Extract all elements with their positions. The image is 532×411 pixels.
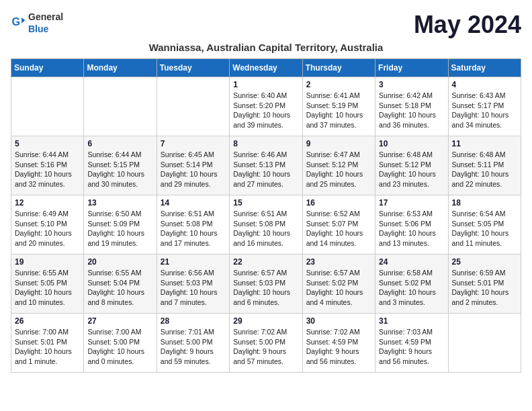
day-info: Sunrise: 6:51 AM Sunset: 5:08 PM Dayligh…: [233, 209, 298, 248]
day-info: Sunrise: 6:47 AM Sunset: 5:12 PM Dayligh…: [306, 150, 371, 189]
day-info: Sunrise: 7:02 AM Sunset: 5:00 PM Dayligh…: [233, 327, 298, 367]
calendar-cell: [448, 314, 521, 373]
calendar-cell: 1Sunrise: 6:40 AM Sunset: 5:20 PM Daylig…: [230, 77, 302, 136]
day-info: Sunrise: 6:44 AM Sunset: 5:16 PM Dayligh…: [15, 150, 80, 189]
day-number: 14: [161, 198, 226, 208]
calendar-week-row: 5Sunrise: 6:44 AM Sunset: 5:16 PM Daylig…: [11, 136, 521, 195]
day-number: 7: [161, 139, 226, 148]
day-info: Sunrise: 6:44 AM Sunset: 5:15 PM Dayligh…: [87, 150, 152, 189]
calendar-cell: 17Sunrise: 6:53 AM Sunset: 5:06 PM Dayli…: [375, 195, 448, 255]
calendar-cell: 12Sunrise: 6:49 AM Sunset: 5:10 PM Dayli…: [11, 195, 84, 255]
day-info: Sunrise: 6:57 AM Sunset: 5:02 PM Dayligh…: [306, 268, 371, 308]
day-number: 19: [15, 257, 80, 267]
day-number: 23: [306, 257, 371, 267]
calendar-cell: 10Sunrise: 6:48 AM Sunset: 5:12 PM Dayli…: [375, 136, 448, 195]
title-block: May 2024: [414, 11, 521, 39]
calendar-cell: 6Sunrise: 6:44 AM Sunset: 5:15 PM Daylig…: [84, 136, 157, 195]
day-info: Sunrise: 6:46 AM Sunset: 5:13 PM Dayligh…: [233, 150, 298, 189]
calendar-cell: 28Sunrise: 7:01 AM Sunset: 5:00 PM Dayli…: [157, 314, 229, 373]
calendar-cell: 19Sunrise: 6:55 AM Sunset: 5:05 PM Dayli…: [11, 255, 84, 314]
calendar-header-row: SundayMondayTuesdayWednesdayThursdayFrid…: [11, 59, 521, 77]
calendar-header-sunday: Sunday: [11, 59, 84, 77]
day-number: 21: [161, 257, 226, 267]
day-info: Sunrise: 7:00 AM Sunset: 5:01 PM Dayligh…: [15, 327, 80, 367]
subtitle: Wanniassa, Australian Capital Territory,…: [11, 42, 521, 53]
day-info: Sunrise: 6:53 AM Sunset: 5:06 PM Dayligh…: [379, 209, 444, 248]
calendar-week-row: 1Sunrise: 6:40 AM Sunset: 5:20 PM Daylig…: [11, 77, 521, 136]
day-info: Sunrise: 6:58 AM Sunset: 5:02 PM Dayligh…: [379, 268, 444, 308]
calendar-week-row: 19Sunrise: 6:55 AM Sunset: 5:05 PM Dayli…: [11, 255, 521, 314]
calendar-cell: 21Sunrise: 6:56 AM Sunset: 5:03 PM Dayli…: [157, 255, 229, 314]
day-info: Sunrise: 6:55 AM Sunset: 5:05 PM Dayligh…: [15, 268, 80, 308]
calendar-header-thursday: Thursday: [302, 59, 375, 77]
day-number: 1: [233, 80, 298, 89]
day-number: 28: [161, 316, 226, 326]
day-number: 17: [379, 198, 444, 208]
calendar-cell: 15Sunrise: 6:51 AM Sunset: 5:08 PM Dayli…: [230, 195, 302, 255]
logo-icon: G: [11, 15, 26, 30]
calendar-cell: 31Sunrise: 7:03 AM Sunset: 4:59 PM Dayli…: [375, 314, 448, 373]
day-info: Sunrise: 6:51 AM Sunset: 5:08 PM Dayligh…: [161, 209, 226, 248]
calendar-cell: 7Sunrise: 6:45 AM Sunset: 5:14 PM Daylig…: [157, 136, 229, 195]
calendar-header-wednesday: Wednesday: [230, 59, 302, 77]
day-number: 22: [233, 257, 298, 267]
calendar-cell: 29Sunrise: 7:02 AM Sunset: 5:00 PM Dayli…: [230, 314, 302, 373]
svg-marker-1: [21, 17, 25, 24]
calendar-cell: 8Sunrise: 6:46 AM Sunset: 5:13 PM Daylig…: [230, 136, 302, 195]
calendar-cell: 25Sunrise: 6:59 AM Sunset: 5:01 PM Dayli…: [448, 255, 521, 314]
day-info: Sunrise: 6:45 AM Sunset: 5:14 PM Dayligh…: [161, 150, 226, 189]
day-info: Sunrise: 6:56 AM Sunset: 5:03 PM Dayligh…: [161, 268, 226, 308]
calendar-header-friday: Friday: [375, 59, 448, 77]
calendar-cell: 11Sunrise: 6:48 AM Sunset: 5:11 PM Dayli…: [448, 136, 521, 195]
calendar-cell: 4Sunrise: 6:43 AM Sunset: 5:17 PM Daylig…: [448, 77, 521, 136]
day-info: Sunrise: 6:54 AM Sunset: 5:05 PM Dayligh…: [452, 209, 517, 248]
day-number: 2: [306, 80, 371, 89]
logo-blue: Blue: [28, 24, 48, 34]
day-number: 10: [379, 139, 444, 148]
day-number: 6: [87, 139, 152, 148]
day-number: 5: [15, 139, 80, 148]
day-number: 26: [15, 316, 80, 326]
calendar-cell: 5Sunrise: 6:44 AM Sunset: 5:16 PM Daylig…: [11, 136, 84, 195]
day-info: Sunrise: 6:48 AM Sunset: 5:12 PM Dayligh…: [379, 150, 444, 189]
day-number: 12: [15, 198, 80, 208]
day-number: 3: [379, 80, 444, 89]
calendar-cell: [11, 77, 84, 136]
day-info: Sunrise: 6:40 AM Sunset: 5:20 PM Dayligh…: [233, 91, 298, 130]
day-info: Sunrise: 6:59 AM Sunset: 5:01 PM Dayligh…: [452, 268, 517, 308]
main-title: May 2024: [414, 11, 521, 39]
day-number: 24: [379, 257, 444, 267]
calendar-cell: 18Sunrise: 6:54 AM Sunset: 5:05 PM Dayli…: [448, 195, 521, 255]
day-info: Sunrise: 7:01 AM Sunset: 5:00 PM Dayligh…: [161, 327, 226, 367]
calendar-cell: 16Sunrise: 6:52 AM Sunset: 5:07 PM Dayli…: [302, 195, 375, 255]
calendar-cell: 27Sunrise: 7:00 AM Sunset: 5:00 PM Dayli…: [84, 314, 157, 373]
day-number: 25: [452, 257, 517, 267]
calendar-cell: 13Sunrise: 6:50 AM Sunset: 5:09 PM Dayli…: [84, 195, 157, 255]
calendar-cell: 9Sunrise: 6:47 AM Sunset: 5:12 PM Daylig…: [302, 136, 375, 195]
day-number: 20: [87, 257, 152, 267]
calendar-cell: 23Sunrise: 6:57 AM Sunset: 5:02 PM Dayli…: [302, 255, 375, 314]
day-info: Sunrise: 7:02 AM Sunset: 4:59 PM Dayligh…: [306, 327, 371, 367]
day-number: 11: [452, 139, 517, 148]
day-info: Sunrise: 7:03 AM Sunset: 4:59 PM Dayligh…: [379, 327, 444, 367]
day-number: 4: [452, 80, 517, 89]
calendar-table: SundayMondayTuesdayWednesdayThursdayFrid…: [11, 58, 521, 373]
svg-text:G: G: [11, 15, 20, 28]
logo-general: General: [28, 11, 63, 22]
day-info: Sunrise: 6:49 AM Sunset: 5:10 PM Dayligh…: [15, 209, 80, 248]
day-number: 31: [379, 316, 444, 326]
day-number: 30: [306, 316, 371, 326]
day-info: Sunrise: 6:50 AM Sunset: 5:09 PM Dayligh…: [87, 209, 152, 248]
calendar-cell: 22Sunrise: 6:57 AM Sunset: 5:03 PM Dayli…: [230, 255, 302, 314]
calendar-cell: [157, 77, 229, 136]
day-info: Sunrise: 6:52 AM Sunset: 5:07 PM Dayligh…: [306, 209, 371, 248]
calendar-cell: [84, 77, 157, 136]
calendar-header-saturday: Saturday: [448, 59, 521, 77]
day-info: Sunrise: 6:41 AM Sunset: 5:19 PM Dayligh…: [306, 91, 371, 130]
calendar-header-monday: Monday: [84, 59, 157, 77]
header: G General Blue May 2024: [11, 11, 521, 39]
day-number: 8: [233, 139, 298, 148]
calendar-week-row: 26Sunrise: 7:00 AM Sunset: 5:01 PM Dayli…: [11, 314, 521, 373]
day-number: 16: [306, 198, 371, 208]
day-info: Sunrise: 6:57 AM Sunset: 5:03 PM Dayligh…: [233, 268, 298, 308]
